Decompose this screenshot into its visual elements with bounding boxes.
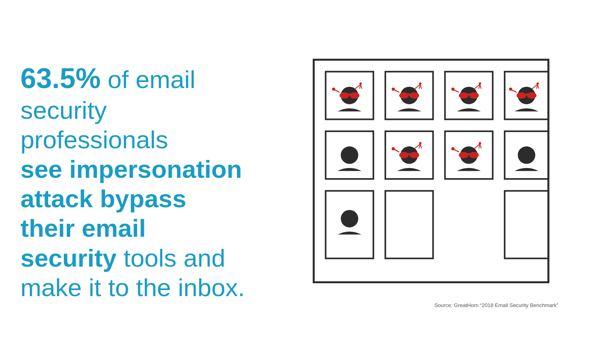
stat-line1: of email <box>101 65 195 93</box>
svg-line-52 <box>394 149 399 152</box>
line3: see impersonation <box>21 154 247 184</box>
line5: their email <box>21 213 247 243</box>
svg-point-42 <box>536 82 539 85</box>
stat-number: 63.5% <box>21 63 101 94</box>
svg-line-57 <box>420 144 421 148</box>
line2: security professionals <box>21 95 247 154</box>
svg-rect-5 <box>347 93 351 95</box>
illustration-section: Source: GreatHorn “2018 Email Security B… <box>271 56 587 308</box>
stat-paragraph: 63.5% of email security professionals se… <box>21 62 247 302</box>
svg-line-17 <box>394 90 399 93</box>
svg-point-20 <box>419 82 421 85</box>
svg-rect-38 <box>525 93 529 95</box>
svg-point-29 <box>451 88 455 91</box>
svg-point-53 <box>391 147 395 150</box>
line4: attack bypass <box>21 184 247 213</box>
svg-point-66 <box>478 142 481 144</box>
svg-point-64 <box>451 147 455 150</box>
svg-line-63 <box>454 149 459 152</box>
svg-point-70 <box>518 146 535 164</box>
svg-line-22 <box>420 85 421 89</box>
svg-rect-16 <box>407 93 411 95</box>
svg-point-7 <box>332 88 335 91</box>
text-section: 63.5% of email security professionals se… <box>21 62 247 302</box>
main-container: 63.5% of email security professionals se… <box>21 21 587 344</box>
svg-line-11 <box>360 85 362 89</box>
svg-rect-27 <box>467 93 471 95</box>
svg-point-9 <box>359 82 362 85</box>
svg-point-31 <box>478 82 481 85</box>
svg-point-46 <box>341 146 358 164</box>
svg-line-39 <box>512 90 516 93</box>
line7: make it to the inbox. <box>21 273 247 302</box>
source-citation: Source: GreatHorn “2018 Email Security B… <box>300 302 558 308</box>
svg-line-33 <box>480 85 481 89</box>
line6-bold: security <box>21 244 117 272</box>
svg-rect-92 <box>504 191 548 258</box>
svg-point-72 <box>341 210 358 227</box>
svg-point-55 <box>419 142 421 144</box>
building-illustration <box>300 56 558 298</box>
svg-rect-62 <box>467 153 471 155</box>
svg-rect-93 <box>385 191 433 258</box>
svg-line-28 <box>454 90 459 93</box>
line6: security tools and <box>21 243 247 273</box>
svg-line-44 <box>537 85 539 89</box>
svg-line-68 <box>480 144 481 148</box>
svg-point-18 <box>391 88 395 91</box>
svg-point-40 <box>509 88 512 91</box>
svg-rect-51 <box>407 153 411 155</box>
svg-line-6 <box>334 90 339 93</box>
line6-regular: tools and <box>116 244 225 272</box>
